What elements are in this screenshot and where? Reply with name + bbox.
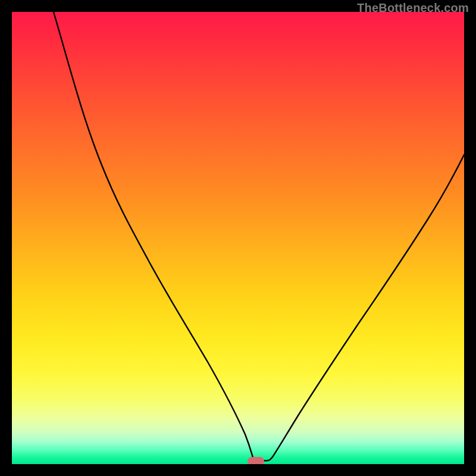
minimum-marker xyxy=(248,457,264,464)
watermark-text: TheBottleneck.com xyxy=(357,1,469,15)
bottleneck-curve xyxy=(12,12,464,464)
curve-path xyxy=(54,12,464,461)
chart-frame: TheBottleneck.com xyxy=(0,0,476,476)
plot-area xyxy=(12,12,464,464)
